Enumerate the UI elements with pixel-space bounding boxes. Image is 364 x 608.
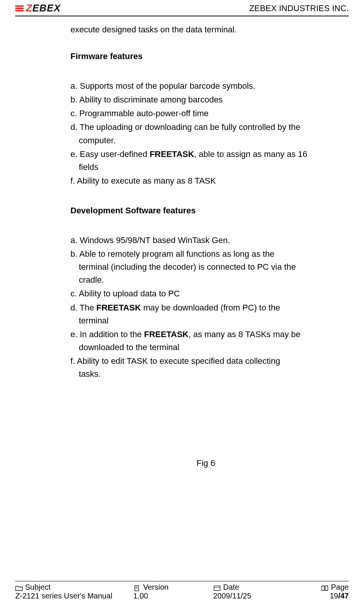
firmware-item-f: f. Ability to execute as many as 8 TASK xyxy=(70,174,341,187)
text: f. Ability to edit TASK to execute speci… xyxy=(70,356,280,366)
devsoft-heading: Development Software features xyxy=(70,204,341,217)
text-pre: e. In addition to the xyxy=(70,330,144,339)
devsoft-item-c: c. Ability to upload data to PC xyxy=(70,287,341,300)
svg-rect-0 xyxy=(15,5,24,7)
logo-text-z: Z xyxy=(26,2,32,14)
text-pre: d. The xyxy=(70,303,96,312)
footer-label-date: Date xyxy=(213,583,293,592)
text-post: may be downloaded (from PC) to the xyxy=(141,303,280,312)
firmware-item-d: d. The uploading or downloading can be f… xyxy=(70,121,341,147)
text-wrap: fields xyxy=(70,161,341,174)
text-wrap: terminal xyxy=(70,314,341,327)
label: Version xyxy=(143,583,169,592)
text: b. Able to remotely program all function… xyxy=(70,249,275,259)
text: d. The uploading or downloading can be f… xyxy=(70,122,300,132)
svg-rect-2 xyxy=(15,10,24,11)
footer-label-page: Page xyxy=(293,583,349,592)
footer-value-subject: Z-2121 series User's Manual xyxy=(15,592,133,600)
page-header: ZEBEX ZEBEX INDUSTRIES INC. xyxy=(15,0,349,16)
text-pre: e. Easy user-defined xyxy=(70,149,150,159)
company-name: ZEBEX INDUSTRIES INC. xyxy=(249,3,349,13)
header-divider xyxy=(15,16,349,16)
text-wrap: cradle. xyxy=(70,274,341,286)
text-bold: FREETASK xyxy=(96,303,141,312)
firmware-heading: Firmware features xyxy=(70,50,341,63)
footer-label-version: Version xyxy=(133,583,213,592)
text-wrap: tasks. xyxy=(70,368,341,381)
footer-value-version: 1.00 xyxy=(133,592,213,600)
devsoft-item-a: a. Windows 95/98/NT based WinTask Gen. xyxy=(70,234,341,247)
firmware-item-e: e. Easy user-defined FREETASK, able to a… xyxy=(70,148,341,174)
main-content: execute designed tasks on the data termi… xyxy=(15,23,349,470)
devsoft-item-e: e. In addition to the FREETASK, as many … xyxy=(70,328,341,354)
svg-rect-1 xyxy=(15,8,24,9)
brand-logo: ZEBEX xyxy=(15,2,61,14)
footer-divider xyxy=(15,581,349,581)
text-post: , able to assign as many as 16 xyxy=(194,149,307,159)
logo-text-rest: EBEX xyxy=(32,2,61,14)
calendar-icon xyxy=(213,584,221,590)
text-wrap: computer. xyxy=(70,134,341,147)
folder-icon xyxy=(15,584,23,590)
devsoft-item-f: f. Ability to edit TASK to execute speci… xyxy=(70,355,341,381)
firmware-item-b: b. Ability to discriminate among barcode… xyxy=(70,93,341,106)
text-bold: FREETASK xyxy=(150,149,194,159)
label: Subject xyxy=(25,583,51,592)
svg-rect-6 xyxy=(214,586,220,590)
lead-text: execute designed tasks on the data termi… xyxy=(70,23,341,36)
firmware-item-c: c. Programmable auto-power-off time xyxy=(70,107,341,120)
footer-labels-row: Subject Version Date Page xyxy=(15,583,349,592)
devsoft-item-b: b. Able to remotely program all function… xyxy=(70,248,341,286)
document-icon xyxy=(133,584,141,590)
page-total: 47 xyxy=(340,592,349,600)
firmware-item-a: a. Supports most of the popular barcode … xyxy=(70,80,341,93)
page-footer: Subject Version Date Page xyxy=(15,581,349,600)
logo-bars-icon xyxy=(15,5,24,12)
footer-value-page: 19 / 47 xyxy=(293,592,349,600)
page-current: 19 xyxy=(330,592,338,600)
devsoft-item-d: d. The FREETASK may be downloaded (from … xyxy=(70,301,341,327)
text-wrap: downloaded to the terminal xyxy=(70,341,341,354)
page: ZEBEX ZEBEX INDUSTRIES INC. execute desi… xyxy=(0,0,364,608)
footer-value-date: 2009/11/25 xyxy=(213,592,293,600)
text-wrap: terminal (including the decoder) is conn… xyxy=(70,261,341,274)
text-post: , as many as 8 TASKs may be xyxy=(188,330,300,339)
book-icon xyxy=(321,584,329,590)
footer-values-row: Z-2121 series User's Manual 1.00 2009/11… xyxy=(15,592,349,600)
label: Page xyxy=(331,583,349,592)
label: Date xyxy=(223,583,239,592)
figure-label: Fig 6 xyxy=(70,457,341,470)
footer-label-subject: Subject xyxy=(15,583,133,592)
text-bold: FREETASK xyxy=(144,330,188,339)
